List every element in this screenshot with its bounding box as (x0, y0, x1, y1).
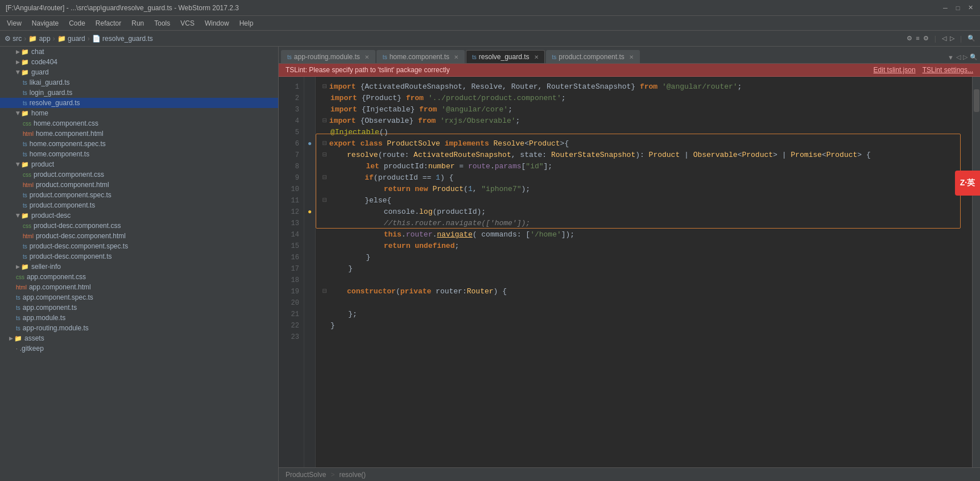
tree-label: app.component.html (29, 283, 91, 291)
scroll-thumb[interactable] (974, 89, 979, 112)
search-icon[interactable]: 🔍 (967, 35, 975, 43)
tab-product-component[interactable]: ts product.component.ts ✕ (546, 50, 640, 63)
tree-item-product[interactable]: ▶ 📁 product (0, 159, 278, 169)
tree-label: home.component.html (36, 130, 104, 138)
ts-file-icon: ts (16, 325, 20, 331)
tree-item-product-css[interactable]: css product.component.css (0, 169, 278, 180)
html-file-icon: html (23, 182, 34, 188)
fold-marker[interactable]: ⊟ (322, 195, 327, 206)
code-line-10: return new Product(1, "iphone7"); (322, 184, 972, 195)
line-numbers: 1 2 3 4 5 6 7 8 9 10 11 12 13 14 15 16 1… (279, 77, 304, 467)
menu-vcs[interactable]: VCS (176, 18, 199, 28)
ts-file-icon: ts (16, 295, 20, 301)
tree-item-code404[interactable]: ▶ 📁 code404 (0, 57, 278, 67)
menu-run[interactable]: Run (127, 18, 148, 28)
tree-item-chat[interactable]: ▶ 📁 chat (0, 47, 278, 57)
breadcrumb-guard[interactable]: 📁 guard (57, 35, 85, 43)
tab-label: resolve_guard.ts (479, 53, 530, 61)
menu-window[interactable]: Window (200, 18, 234, 28)
tree-item-app-html[interactable]: html app.component.html (0, 282, 278, 292)
tree-item-app-module[interactable]: ts app.module.ts (0, 313, 278, 323)
tree-item-guard[interactable]: ▶ 📁 guard (0, 67, 278, 77)
tree-item-app-css[interactable]: css app.component.css (0, 272, 278, 282)
code-editor[interactable]: 1 2 3 4 5 6 7 8 9 10 11 12 13 14 15 16 1… (279, 77, 980, 467)
fold-marker[interactable]: ⊟ (322, 150, 327, 161)
edit-tslint-link[interactable]: Edit tslint.json (874, 66, 916, 74)
nav-right-icon[interactable]: ▷ (950, 35, 954, 43)
html-file-icon: html (23, 131, 34, 137)
minimize-button[interactable]: ─ (941, 4, 949, 12)
tree-item-pdesc-css[interactable]: css product-desc.component.css (0, 221, 278, 231)
tree-item-app-ts[interactable]: ts app.component.ts (0, 302, 278, 313)
settings-icon[interactable]: ⚙ (923, 35, 929, 43)
tab-nav-right-icon[interactable]: ▷ (963, 53, 967, 61)
tree-item-pdesc-html[interactable]: html product-desc.component.html (0, 231, 278, 241)
code-line-7: ⊟ resolve(route: ActivatedRouteSnapshot,… (322, 150, 972, 161)
right-scrollbar[interactable] (972, 77, 980, 467)
tree-item-pdesc-spec[interactable]: ts product-desc.component.spec.ts (0, 241, 278, 251)
maximize-button[interactable]: □ (954, 4, 962, 12)
fold-marker[interactable]: ⊟ (322, 286, 327, 297)
tree-item-resolve-guard[interactable]: ts resolve_guard.ts (0, 98, 278, 108)
tab-dropdown-icon[interactable]: ▼ (948, 54, 954, 61)
tree-item-pdesc-ts[interactable]: ts product-desc.component.ts (0, 251, 278, 262)
tab-nav-left-icon[interactable]: ◁ (956, 53, 961, 61)
menu-refactor[interactable]: Refactor (91, 18, 126, 28)
tslint-settings-link[interactable]: TSLint settings... (923, 66, 973, 74)
status-bar: ProductSolve > resolve() (279, 467, 980, 481)
tree-item-home-html[interactable]: html home.component.html (0, 128, 278, 139)
tree-item-product-ts[interactable]: ts product.component.ts (0, 200, 278, 210)
expand-icon[interactable]: ≡ (916, 35, 919, 43)
tree-item-app-spec[interactable]: ts app.component.spec.ts (0, 292, 278, 302)
tree-label: app.component.ts (23, 304, 77, 312)
tree-item-product-html[interactable]: html product.component.html (0, 180, 278, 190)
tab-close-icon[interactable]: ✕ (365, 54, 369, 60)
nav-left-icon[interactable]: ◁ (942, 35, 946, 43)
fold-marker[interactable]: ⊟ (322, 138, 327, 150)
zh-learning-widget[interactable]: Z·英 (955, 171, 980, 196)
tree-item-seller-info[interactable]: ▶ 📁 seller-info (0, 262, 278, 272)
menu-tools[interactable]: Tools (150, 18, 175, 28)
tree-item-login-guard[interactable]: ts login_guard.ts (0, 88, 278, 98)
menu-help[interactable]: Help (235, 18, 258, 28)
ts-icon: ts (287, 54, 292, 60)
tree-item-assets[interactable]: ▶ 📁 assets (0, 333, 278, 343)
tree-item-product-spec[interactable]: ts product.component.spec.ts (0, 190, 278, 200)
tree-item-home-ts[interactable]: ts home.component.ts (0, 149, 278, 159)
tree-item-home-css[interactable]: css home.component.css (0, 118, 278, 128)
tab-resolve-guard[interactable]: ts resolve_guard.ts ✕ (466, 50, 545, 63)
close-button[interactable]: ✕ (966, 4, 974, 12)
menu-navigate[interactable]: Navigate (27, 18, 63, 28)
tree-item-likai-guard[interactable]: ts likai_guard.ts (0, 77, 278, 88)
code-line-5: @Injectable() (322, 127, 972, 138)
scope-icon[interactable]: ⚙ (907, 35, 912, 43)
tab-app-routing[interactable]: ts app-routing.module.ts ✕ (281, 50, 375, 63)
fold-marker[interactable]: ⊟ (322, 81, 327, 93)
tree-item-app-routing[interactable]: ts app-routing.module.ts (0, 323, 278, 333)
css-file-icon: css (23, 121, 31, 127)
tab-close-icon[interactable]: ✕ (534, 54, 539, 60)
breadcrumb-app[interactable]: 📁 app (28, 35, 50, 43)
tab-search-icon[interactable]: 🔍 (970, 53, 978, 61)
tree-item-home-spec[interactable]: ts home.component.spec.ts (0, 139, 278, 149)
code-content[interactable]: ⊟ import {ActivatedRouteSnapshot, Resolv… (316, 77, 972, 467)
breadcrumb-src[interactable]: ⚙ src (5, 35, 22, 43)
menu-bar: View Navigate Code Refactor Run Tools VC… (0, 16, 980, 31)
arrow-icon: ▶ (16, 264, 20, 269)
title-bar: [F:\Angular4\router] - ...\src\app\guard… (0, 0, 980, 16)
fold-marker[interactable]: ⊟ (322, 172, 327, 184)
tab-close-icon[interactable]: ✕ (454, 54, 458, 60)
code-line-9: ⊟ if(productId == 1) { (322, 172, 972, 184)
tab-home-component[interactable]: ts home.component.ts ✕ (377, 50, 465, 63)
tab-close-icon[interactable]: ✕ (629, 54, 634, 60)
breakpoint-marker-7[interactable]: ● (304, 138, 315, 150)
arrow-icon: ▶ (9, 335, 13, 341)
tree-item-product-desc[interactable]: ▶ 📁 product-desc (0, 210, 278, 221)
breadcrumb-file[interactable]: 📄 resolve_guard.ts (92, 35, 153, 43)
line-number: 19 (279, 286, 304, 297)
menu-view[interactable]: View (2, 18, 26, 28)
tree-item-home[interactable]: ▶ 📁 home (0, 108, 278, 118)
menu-code[interactable]: Code (64, 18, 90, 28)
fold-marker[interactable]: ⊟ (322, 115, 327, 127)
tree-item-gitkeep[interactable]: · .gitkeep (0, 343, 278, 354)
